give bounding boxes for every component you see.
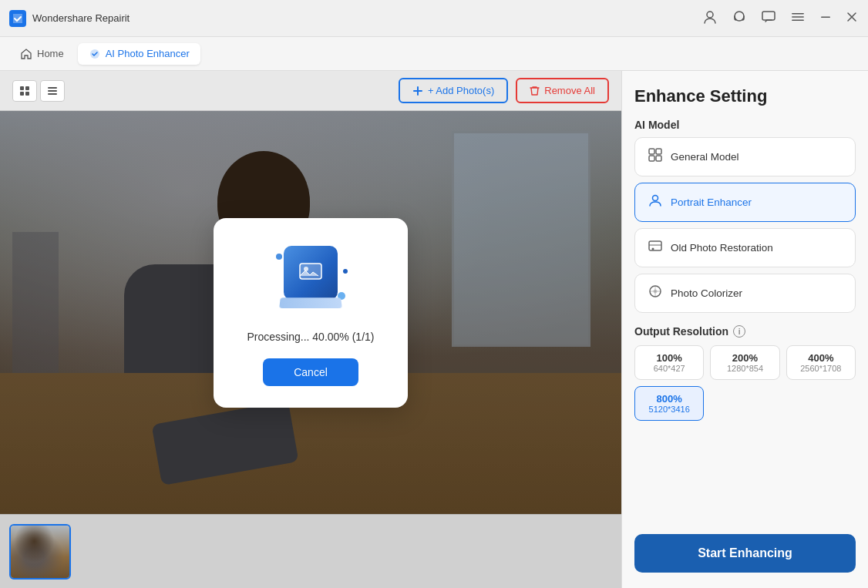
svg-rect-5: [792, 19, 804, 21]
tab-home[interactable]: Home: [9, 43, 75, 65]
portrait-model-icon: [648, 193, 663, 212]
svg-rect-18: [656, 149, 661, 154]
res-200[interactable]: 200% 1280*854: [710, 345, 779, 380]
general-model-icon: [648, 147, 663, 166]
svg-point-1: [735, 12, 744, 21]
list-view-button[interactable]: [40, 80, 65, 102]
svg-rect-17: [649, 149, 654, 154]
svg-point-25: [654, 290, 658, 294]
account-icon[interactable]: [701, 8, 718, 29]
processing-icon: [272, 246, 349, 315]
icon-screen: [284, 246, 338, 300]
enhancer-icon: [89, 48, 101, 60]
app-title: Wondershare Repairit: [32, 12, 130, 24]
svg-rect-8: [20, 86, 24, 90]
old-photo-model-icon: [648, 238, 663, 257]
headset-icon[interactable]: [731, 8, 748, 29]
svg-point-16: [304, 267, 308, 271]
remove-all-button[interactable]: Remove All: [516, 78, 609, 103]
model-colorizer[interactable]: Photo Colorizer: [634, 274, 856, 313]
dot2: [343, 269, 348, 274]
add-photos-button[interactable]: + Add Photo(s): [399, 78, 508, 103]
svg-rect-13: [48, 90, 57, 92]
res-100[interactable]: 100% 640*427: [634, 345, 704, 380]
chat-icon[interactable]: [760, 8, 777, 29]
model-old-photo-label: Old Photo Restoration: [671, 242, 773, 254]
svg-rect-2: [762, 12, 775, 20]
svg-rect-12: [48, 87, 57, 89]
photo-icon: [297, 259, 325, 287]
colorizer-model-icon: [648, 284, 663, 303]
svg-rect-14: [48, 93, 57, 95]
trash-icon: [530, 86, 540, 96]
toolbar: + Add Photo(s) Remove All: [0, 71, 621, 111]
nav-bar: Home AI Photo Enhancer: [0, 37, 868, 71]
photo-area: Processing... 40.00% (1/1) Cancel: [0, 111, 621, 514]
main-layout: + Add Photo(s) Remove All: [0, 71, 868, 588]
svg-rect-4: [792, 16, 804, 18]
icon-base: [279, 297, 342, 308]
resolution-section: Output Resolution i 100% 640*427 200% 12…: [634, 325, 856, 421]
add-icon: [412, 86, 423, 96]
model-general[interactable]: General Model: [634, 137, 856, 176]
processing-text: Processing... 40.00% (1/1): [247, 331, 375, 343]
svg-rect-6: [821, 16, 830, 18]
model-old-photo[interactable]: Old Photo Restoration: [634, 228, 856, 267]
thumbnail-preview: [11, 526, 69, 578]
dot1: [276, 254, 282, 260]
menu-icon[interactable]: [789, 8, 806, 29]
svg-rect-15: [300, 264, 321, 279]
toolbar-actions: + Add Photo(s) Remove All: [399, 78, 609, 103]
grid-view-button[interactable]: [12, 80, 37, 102]
panel-title: Enhance Setting: [634, 86, 856, 106]
app-icon: [9, 10, 26, 27]
title-bar-left: Wondershare Repairit: [9, 10, 130, 27]
model-portrait-label: Portrait Enhancer: [671, 197, 752, 208]
model-general-label: General Model: [671, 151, 739, 163]
info-icon[interactable]: i: [733, 325, 745, 338]
res-400[interactable]: 400% 2560*1708: [786, 345, 856, 380]
processing-modal: Processing... 40.00% (1/1) Cancel: [214, 218, 408, 408]
svg-rect-3: [792, 13, 804, 15]
svg-rect-20: [656, 156, 661, 161]
res-800[interactable]: 800% 5120*3416: [634, 386, 704, 421]
model-portrait[interactable]: Portrait Enhancer: [634, 183, 856, 222]
svg-rect-9: [25, 86, 29, 90]
ai-model-label: AI Model: [634, 119, 856, 131]
right-panel: Enhance Setting AI Model General Model P…: [621, 71, 868, 588]
resolution-grid: 100% 640*427 200% 1280*854 400% 2560*170…: [634, 345, 856, 421]
cancel-button[interactable]: Cancel: [263, 358, 358, 386]
svg-rect-11: [25, 92, 29, 96]
ai-model-section: AI Model General Model Portrait Enhancer…: [634, 119, 856, 313]
left-panel: + Add Photo(s) Remove All: [0, 71, 621, 588]
processing-modal-overlay: Processing... 40.00% (1/1) Cancel: [0, 111, 621, 514]
view-toggles: [12, 80, 65, 102]
svg-rect-22: [649, 241, 661, 250]
thumbnail-item[interactable]: [9, 524, 71, 580]
svg-point-23: [652, 248, 654, 250]
svg-point-0: [707, 12, 713, 18]
start-enhancing-button[interactable]: Start Enhancing: [634, 534, 856, 573]
title-bar: Wondershare Repairit: [0, 0, 868, 37]
svg-rect-19: [649, 156, 654, 161]
model-colorizer-label: Photo Colorizer: [671, 287, 742, 299]
home-icon: [20, 48, 32, 60]
resolution-label: Output Resolution i: [634, 325, 856, 338]
tab-home-label: Home: [37, 48, 64, 59]
thumbnail-strip: [0, 514, 621, 588]
close-button[interactable]: [845, 10, 859, 27]
svg-rect-10: [20, 92, 24, 96]
tab-ai-photo-enhancer[interactable]: AI Photo Enhancer: [78, 43, 200, 65]
title-bar-controls: [701, 8, 859, 29]
svg-point-21: [653, 196, 658, 201]
minimize-button[interactable]: [819, 10, 833, 27]
tab-enhancer-label: AI Photo Enhancer: [106, 48, 190, 59]
